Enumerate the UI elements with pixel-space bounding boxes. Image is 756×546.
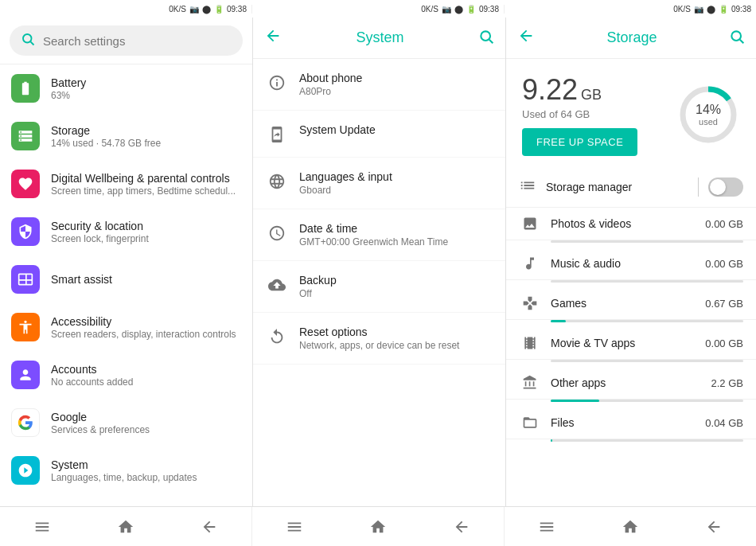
- storage-panel: Storage 9.22 GB Used of 64 GB FREE UP SP…: [506, 18, 756, 506]
- reset-icon: [267, 327, 286, 346]
- settings-panel: Battery 63% Storage 14% used · 54.78 GB …: [0, 18, 253, 506]
- settings-item-smartassist[interactable]: Smart assist: [0, 255, 252, 303]
- storage-row-files[interactable]: Files 0.04 GB: [506, 407, 756, 439]
- nav-back-2[interactable]: [447, 513, 476, 541]
- accounts-text: Accounts No accounts added: [51, 363, 133, 388]
- files-icon: [519, 415, 541, 431]
- battery-icon: [11, 74, 40, 103]
- time-2: 09:38: [479, 5, 499, 14]
- speed-1: 0K/S: [169, 5, 186, 14]
- nav-section-3: [505, 507, 756, 546]
- battery-text: Battery 63%: [51, 76, 86, 101]
- system-item-update[interactable]: System Update: [253, 111, 505, 158]
- backup-text: Backup Off: [299, 274, 337, 299]
- system-search-icon[interactable]: [478, 29, 494, 48]
- storage-row-otherapps[interactable]: Other apps 2.2 GB: [506, 367, 756, 400]
- storage-title: Storage: [51, 124, 161, 137]
- security-subtitle: Screen lock, fingerprint: [51, 233, 149, 244]
- storage-manager-row[interactable]: Storage manager: [506, 167, 756, 208]
- time-1: 09:38: [227, 5, 247, 14]
- music-value: 0.00 GB: [705, 258, 743, 270]
- storage-info: 9.22 GB Used of 64 GB FREE UP SPACE: [522, 73, 637, 156]
- accessibility-title: Accessibility: [51, 315, 236, 328]
- nav-back-1[interactable]: [195, 513, 224, 541]
- settings-item-accessibility[interactable]: Accessibility Screen readers, display, i…: [0, 303, 252, 351]
- storage-manager-divider: [698, 177, 699, 197]
- search-input[interactable]: [43, 34, 232, 48]
- nav-back-3[interactable]: [699, 513, 728, 541]
- storage-manager-toggle[interactable]: [708, 177, 743, 197]
- settings-item-storage[interactable]: Storage 14% used · 54.78 GB free: [0, 112, 252, 160]
- security-icon: [11, 217, 40, 246]
- storage-percent-value: 14%: [696, 103, 721, 117]
- google-text: Google Services & preferences: [51, 411, 150, 435]
- system-panel: System About phone A80Pro Sys: [253, 18, 506, 506]
- security-text: Security & location Screen lock, fingerp…: [51, 220, 149, 244]
- languages-title: Languages & input: [299, 170, 392, 183]
- system-item-datetime[interactable]: Date & time GMT+00:00 Greenwich Mean Tim…: [253, 209, 505, 261]
- datetime-title: Date & time: [299, 222, 448, 235]
- storage-row-music[interactable]: Music & audio 0.00 GB: [506, 248, 756, 280]
- battery-icon-3: 🔋: [719, 5, 728, 14]
- aboutphone-title: About phone: [299, 72, 362, 84]
- storage-row-photos[interactable]: Photos & videos 0.00 GB: [506, 208, 756, 240]
- games-icon: [519, 295, 541, 311]
- nav-section-2: [252, 507, 505, 546]
- aboutphone-subtitle: A80Pro: [299, 86, 362, 97]
- languages-text: Languages & input Gboard: [299, 170, 392, 196]
- photos-value: 0.00 GB: [705, 218, 743, 230]
- files-label: Files: [551, 416, 705, 429]
- backup-title: Backup: [299, 274, 337, 287]
- nav-menu-3[interactable]: [532, 513, 561, 541]
- storage-row-games[interactable]: Games 0.67 GB: [506, 287, 756, 320]
- nav-home-2[interactable]: [364, 513, 392, 541]
- storage-gb-unit: GB: [581, 87, 602, 103]
- storage-gb-value: 9.22: [522, 73, 578, 107]
- status-section-2: 0K/S 📷 ⬤ 🔋 09:38: [252, 5, 505, 14]
- toggle-knob: [710, 179, 726, 195]
- free-up-space-button[interactable]: FREE UP SPACE: [522, 128, 637, 156]
- svg-line-1: [30, 41, 33, 45]
- system-item-languages[interactable]: Languages & input Gboard: [253, 158, 505, 209]
- storage-summary: 9.22 GB Used of 64 GB FREE UP SPACE 14% …: [506, 59, 756, 167]
- storage-row-movietv[interactable]: Movie & TV apps 0.00 GB: [506, 327, 756, 360]
- storage-items-list: Photos & videos 0.00 GB Music & audio 0.…: [506, 208, 756, 506]
- system-item-backup[interactable]: Backup Off: [253, 261, 505, 313]
- storage-gb-display: 9.22 GB: [522, 73, 637, 107]
- nav-menu-2[interactable]: [280, 513, 309, 541]
- accounts-title: Accounts: [51, 363, 133, 376]
- settings-item-wellbeing[interactable]: Digital Wellbeing & parental controls Sc…: [0, 160, 252, 208]
- accounts-subtitle: No accounts added: [51, 376, 133, 388]
- security-title: Security & location: [51, 220, 149, 232]
- games-label: Games: [551, 297, 705, 310]
- settings-item-google[interactable]: Google Services & preferences: [0, 399, 252, 447]
- settings-item-security[interactable]: Security & location Screen lock, fingerp…: [0, 208, 252, 255]
- reset-title: Reset options: [299, 326, 459, 338]
- system-item-reset[interactable]: Reset options Network, apps, or device c…: [253, 313, 505, 365]
- settings-item-system[interactable]: System Languages, time, backup, updates: [0, 447, 252, 494]
- settings-item-battery[interactable]: Battery 63%: [0, 64, 252, 112]
- storage-search-icon[interactable]: [729, 29, 745, 48]
- battery-icon-1: 🔋: [214, 5, 224, 14]
- icon-dot-1: ⬤: [202, 5, 211, 14]
- movietv-label: Movie & TV apps: [551, 337, 705, 349]
- nav-home-3[interactable]: [616, 513, 645, 541]
- reset-subtitle: Network, apps, or device can be reset: [299, 340, 459, 351]
- smartassist-text: Smart assist: [51, 273, 112, 287]
- languages-subtitle: Gboard: [299, 185, 392, 196]
- storage-back-button[interactable]: [517, 27, 535, 49]
- nav-home-1[interactable]: [111, 513, 140, 541]
- settings-item-accounts[interactable]: Accounts No accounts added: [0, 351, 252, 399]
- update-title: System Update: [299, 123, 376, 136]
- wellbeing-subtitle: Screen time, app timers, Bedtime schedul…: [51, 185, 236, 197]
- nav-menu-1[interactable]: [28, 513, 57, 541]
- search-input-wrap[interactable]: [10, 25, 243, 56]
- backup-subtitle: Off: [299, 288, 337, 299]
- accessibility-subtitle: Screen readers, display, interaction con…: [51, 329, 236, 340]
- system-text: System Languages, time, backup, updates: [51, 458, 197, 483]
- update-icon: [267, 125, 286, 144]
- search-icon: [21, 32, 35, 49]
- system-back-button[interactable]: [264, 27, 282, 49]
- system-item-aboutphone[interactable]: About phone A80Pro: [253, 59, 505, 111]
- otherapps-value: 2.2 GB: [711, 377, 743, 389]
